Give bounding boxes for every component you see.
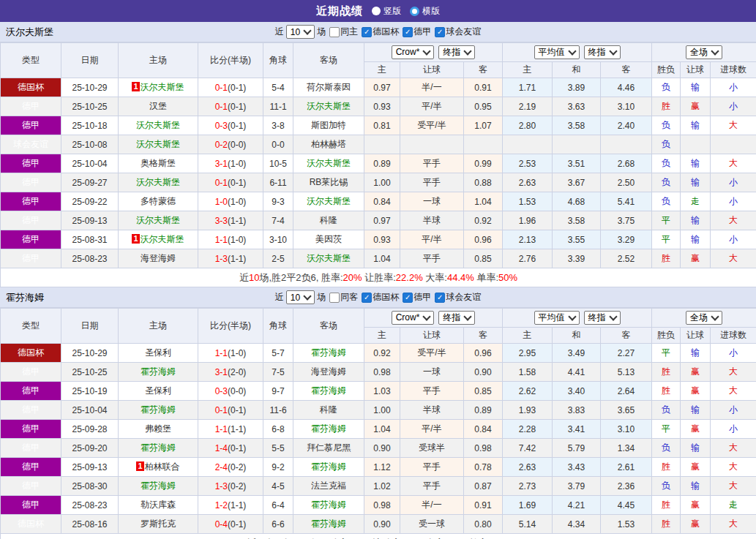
date-cell: 25-10-25 — [61, 97, 119, 116]
score-cell: 1-3(1-1) — [198, 249, 263, 268]
fulltime-score: 2-4 — [215, 462, 228, 472]
friendly-checkbox[interactable]: 球会友谊 — [435, 26, 481, 38]
competition-type-cell: 德甲 — [1, 401, 61, 420]
avg-draw-odds-cell: 3.43 — [553, 458, 601, 477]
recent-count-value: 10 — [291, 293, 300, 303]
recent-count-select[interactable]: 10 — [286, 25, 315, 39]
home-team-name: 沃尔夫斯堡 — [136, 120, 180, 130]
goals-result-cell: 小 — [711, 97, 756, 116]
same-venue-checkbox[interactable]: 同客 — [329, 291, 358, 304]
horizontal-layout-radio[interactable]: 横版 — [410, 5, 440, 18]
avg-away-odds-cell: 2.52 — [601, 249, 652, 268]
corner-cell: 5-7 — [263, 344, 293, 363]
friendly-label: 球会友谊 — [446, 26, 481, 38]
friendly-checkbox[interactable]: 球会友谊 — [435, 291, 481, 304]
away-team-cell: 沃尔夫斯堡 — [293, 249, 364, 268]
final-odds-select[interactable]: 终指 — [438, 311, 475, 325]
competition-type-cell: 德甲 — [1, 420, 61, 439]
home-team-cell: 弗赖堡 — [119, 420, 198, 439]
cup-checkbox[interactable]: 德国杯 — [362, 291, 399, 304]
goals-result-cell: 小 — [711, 344, 756, 363]
page-title: 近期战绩 — [316, 4, 363, 18]
final-odds-select[interactable]: 终指 — [584, 311, 621, 325]
league-checkbox[interactable]: 德甲 — [403, 26, 431, 38]
vertical-layout-radio[interactable]: 竖版 — [372, 5, 401, 18]
average-select[interactable]: 平均值 — [534, 311, 580, 325]
summary-row: 近10场,胜5平2负3, 胜率:50% 让胜率:60% 大率:60% 单率:40… — [1, 534, 756, 539]
recent-count-select[interactable]: 10 — [286, 290, 315, 304]
avg-home-odds-cell: 1.53 — [503, 192, 553, 211]
corner-cell: 9-2 — [263, 458, 293, 477]
cup-checkbox[interactable]: 德国杯 — [362, 26, 399, 38]
score-cell: 3-1(1-0) — [198, 154, 263, 173]
avg-away-odds-cell: 2.36 — [601, 477, 652, 496]
away-team-name: 美因茨 — [315, 234, 342, 244]
avg-away-odds-cell: 2.50 — [601, 173, 652, 192]
result-cell: 胜 — [652, 382, 681, 401]
final-odds-select[interactable]: 终指 — [438, 45, 475, 59]
subcol-handicap-away: 客 — [464, 62, 503, 78]
fulltime-select[interactable]: 全场 — [686, 45, 722, 59]
avg-away-odds-cell: 3.10 — [601, 420, 652, 439]
result-cell: 胜 — [652, 496, 681, 515]
goals-result-cell: 大 — [711, 458, 756, 477]
handicap-home-odds-cell: 0.89 — [364, 154, 400, 173]
handicap-result-cell: 赢 — [681, 515, 711, 534]
handicap-result-cell: 赢 — [681, 496, 711, 515]
result-cell: 负 — [652, 78, 681, 97]
goals-result-cell: 大 — [711, 116, 756, 135]
checkbox-checked-icon — [435, 27, 445, 37]
competition-type-cell: 德国杯 — [1, 78, 61, 97]
handicap-result-cell: 赢 — [681, 363, 711, 382]
summary-segment: 单率: — [474, 272, 498, 283]
away-team-cell: 斯图加特 — [293, 116, 364, 135]
halftime-score: (1-1) — [228, 216, 246, 226]
handicap-home-odds-cell: 0.81 — [364, 116, 400, 135]
avg-away-odds-cell: 2.68 — [601, 154, 652, 173]
home-team-name: 沃尔夫斯堡 — [136, 215, 180, 225]
handicap-home-odds-cell: 1.00 — [364, 173, 400, 192]
avg-home-odds-cell: 2.19 — [503, 97, 553, 116]
match-row: 德甲25-09-22多特蒙德1-0(1-0)9-3沃尔夫斯堡0.84一球1.04… — [1, 192, 756, 211]
subcol-avg-away: 客 — [601, 62, 652, 78]
away-team-name: RB莱比锡 — [310, 177, 348, 187]
bookmaker-select[interactable]: Crow* — [392, 45, 435, 59]
handicap-line-cell: 半/一 — [400, 496, 464, 515]
col-header-corner: 角球 — [263, 43, 293, 78]
home-team-cell: 圣保利 — [119, 344, 198, 363]
handicap-home-odds-cell: 1.12 — [364, 458, 400, 477]
avg-draw-odds-cell: 3.58 — [553, 116, 601, 135]
same-venue-label: 同主 — [340, 26, 358, 38]
goals-result-cell: 大 — [711, 363, 756, 382]
team-name: 沃尔夫斯堡 — [6, 26, 53, 39]
away-team-name: 霍芬海姆 — [311, 423, 346, 434]
away-team-name: 法兰克福 — [311, 480, 346, 491]
average-group-header: 平均值终指 — [503, 43, 652, 62]
score-cell: 0-4(0-1) — [198, 515, 263, 534]
competition-type-cell: 德甲 — [1, 249, 61, 268]
goals-result-cell: 走 — [711, 496, 756, 515]
goals-result-cell: 小 — [711, 173, 756, 192]
handicap-away-odds-cell: 0.85 — [464, 249, 503, 268]
result-cell: 平 — [652, 211, 681, 230]
avg-home-odds-cell: 1.58 — [503, 363, 553, 382]
home-team-cell: 霍芬海姆 — [119, 439, 198, 458]
away-team-name: 科隆 — [320, 215, 337, 225]
average-select[interactable]: 平均值 — [534, 45, 580, 59]
league-checkbox[interactable]: 德甲 — [403, 291, 431, 304]
chevron-down-icon — [609, 47, 617, 55]
handicap-away-odds-cell: 0.89 — [464, 401, 503, 420]
home-team-cell: 沃尔夫斯堡 — [119, 135, 198, 154]
avg-away-odds-cell: 5.41 — [601, 192, 652, 211]
chevron-down-icon — [711, 47, 719, 55]
final-odds-select[interactable]: 终指 — [584, 45, 621, 59]
score-cell: 0-1(0-1) — [198, 173, 263, 192]
avg-away-odds-cell: 2.27 — [601, 344, 652, 363]
vertical-layout-label: 竖版 — [383, 5, 401, 18]
match-row: 德甲25-10-25霍芬海姆3-1(2-0)7-5海登海姆0.98一球0.901… — [1, 363, 756, 382]
date-cell: 25-08-23 — [61, 249, 119, 268]
bookmaker-select[interactable]: Crow* — [392, 311, 435, 325]
col-header-date: 日期 — [61, 43, 119, 78]
same-venue-checkbox[interactable]: 同主 — [329, 26, 358, 38]
fulltime-select[interactable]: 全场 — [686, 311, 722, 325]
